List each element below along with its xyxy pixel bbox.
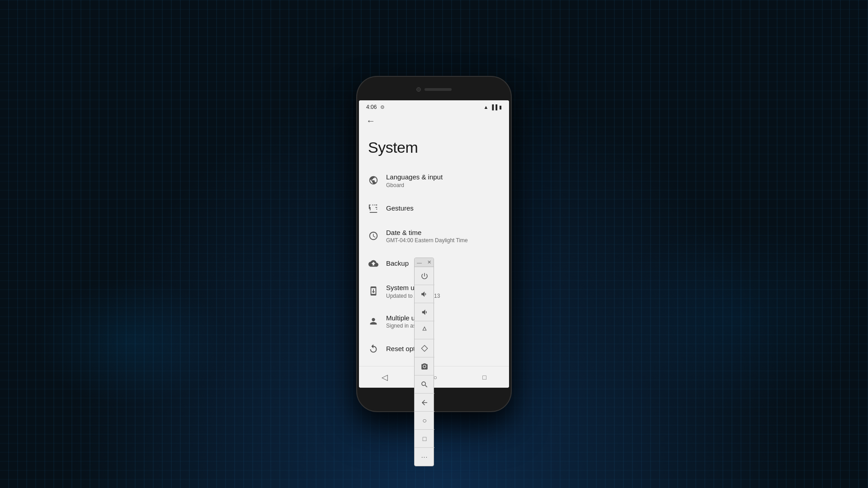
page-title: System [368,139,500,156]
toolbar-diamond1-button[interactable] [415,321,434,339]
settings-item-languages[interactable]: Languages & input Gboard [359,165,509,196]
toolbar-volume-down-button[interactable] [415,303,434,321]
toolbar-screenshot-button[interactable] [415,357,434,375]
status-settings-icon: ⚙ [380,104,385,110]
front-camera [416,87,421,92]
toolbar-back-button[interactable] [415,394,434,412]
toolbar-recents-button[interactable]: □ [415,430,434,448]
datetime-title: Date & time [386,228,468,237]
toolbar-diamond2-button[interactable] [415,339,434,357]
datetime-text: Date & time GMT-04:00 Eastern Daylight T… [386,228,468,244]
toolbar-power-button[interactable] [415,267,434,285]
battery-icon: ▮ [499,104,502,110]
toolbar-more-button[interactable]: ··· [415,448,434,466]
toolbar-volume-up-button[interactable] [415,285,434,303]
settings-item-datetime[interactable]: Date & time GMT-04:00 Eastern Daylight T… [359,221,509,251]
globe-icon [368,175,379,186]
backup-text: Backup [386,259,409,268]
status-icons: ▲ ▐▐ ▮ [484,104,502,110]
nav-back-button[interactable]: ◁ [382,372,388,382]
svg-marker-0 [421,345,428,352]
toolbar-minimize[interactable]: — [417,260,422,265]
toolbar-home-button[interactable]: ○ [415,412,434,430]
languages-text: Languages & input Gboard [386,173,443,188]
gestures-text: Gestures [386,204,414,213]
signal-icon: ▐▐ [490,104,497,110]
person-icon [368,316,379,327]
languages-subtitle: Gboard [386,182,443,188]
cloud-icon [368,258,379,269]
phone-speaker [425,88,452,91]
status-bar: 4:06 ⚙ ▲ ▐▐ ▮ [359,100,509,112]
toolbar-header: — ✕ [415,258,434,267]
backup-title: Backup [386,259,409,268]
clock-icon [368,230,379,241]
side-toolbar: — ✕ [414,258,434,466]
top-navigation: ← [359,112,509,131]
settings-item-gestures[interactable]: Gestures [359,196,509,221]
system-update-icon [368,286,379,296]
nav-recents-button[interactable]: □ [482,374,486,381]
gestures-icon [368,203,379,214]
gestures-title: Gestures [386,204,414,213]
languages-title: Languages & input [386,173,443,182]
datetime-subtitle: GMT-04:00 Eastern Daylight Time [386,237,468,244]
wifi-icon: ▲ [484,104,489,110]
page-title-area: System [359,131,509,165]
reset-icon [368,343,379,354]
toolbar-zoom-button[interactable] [415,375,434,394]
phone-top-bar [357,77,511,102]
toolbar-close-button[interactable]: ✕ [427,259,431,265]
back-button[interactable]: ← [366,116,375,126]
status-time: 4:06 [366,104,377,110]
